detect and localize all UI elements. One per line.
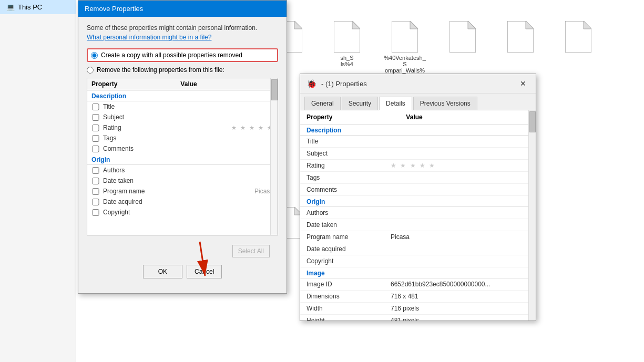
table-row: Image ID 6652d61bb923ec8500000000000...	[300, 278, 536, 291]
properties-title-text: - (1) Properties	[321, 80, 367, 88]
ok-button[interactable]: OK	[143, 265, 182, 278]
table-row[interactable]: Date taken	[87, 175, 278, 186]
sidebar-label: This PC	[18, 3, 42, 11]
table-row[interactable]: Program name Picasa	[87, 186, 278, 196]
table-row: Height 481 pixels	[300, 315, 536, 320]
properties-body: Property Value Description Title Subject…	[300, 110, 536, 320]
sidebar-item-thispc[interactable]: 💻 This PC	[0, 0, 76, 14]
list-item[interactable]	[557, 21, 599, 191]
rating-stars: ★ ★ ★ ★ ★	[231, 125, 273, 131]
radio-remove-following-input[interactable]	[87, 67, 94, 74]
scrollbar[interactable]	[270, 78, 278, 235]
copyright-checkbox[interactable]	[91, 209, 100, 216]
table-row[interactable]: Subject	[87, 112, 278, 122]
radio-remove-following-label: Remove the following properties from thi…	[97, 66, 224, 74]
table-row[interactable]: Copyright	[87, 207, 278, 218]
scrollbar-thumb[interactable]	[271, 79, 278, 100]
table-row: Date acquired	[300, 243, 536, 255]
table-row: Dimensions 716 x 481	[300, 291, 536, 303]
dialog-action-buttons: OK Cancel	[87, 265, 278, 286]
properties-dialog: 🐞 - (1) Properties ✕ General Security De…	[300, 74, 536, 321]
table-row: Authors	[300, 207, 536, 219]
table-row: Program name Picasa	[300, 231, 536, 243]
tags-checkbox[interactable]	[91, 135, 100, 142]
scrollbar-thumb[interactable]	[529, 111, 536, 132]
authors-checkbox[interactable]	[91, 167, 100, 174]
table-row[interactable]: Authors	[87, 165, 278, 175]
table-row[interactable]: Comments	[87, 143, 278, 154]
subject-checkbox[interactable]	[91, 114, 100, 121]
tabs-row: General Security Details Previous Versio…	[300, 94, 536, 110]
col-property: Property	[91, 80, 117, 88]
file-icon	[392, 21, 418, 53]
remove-dialog-title: Remove Properties	[85, 5, 143, 13]
table-row: Date taken	[300, 219, 536, 231]
table-row: Title	[300, 136, 536, 148]
remove-dialog-content: Some of these properties might contain p…	[78, 17, 287, 293]
pd-col-property: Property	[306, 113, 332, 121]
svg-marker-15	[526, 21, 534, 29]
table-header: Property Value	[87, 78, 278, 90]
remove-dialog-title-bar: Remove Properties	[78, 1, 287, 17]
svg-marker-11	[410, 21, 418, 29]
remove-dialog-link[interactable]: What personal information might be in a …	[87, 34, 278, 41]
section-origin: Origin	[87, 154, 278, 165]
remove-dialog-info: Some of these properties might contain p…	[87, 24, 278, 32]
remove-properties-dialog: Remove Properties Some of these properti…	[78, 0, 287, 294]
comments-checkbox[interactable]	[91, 146, 100, 152]
pd-section-description: Description	[300, 125, 536, 136]
table-row[interactable]: Date acquired	[87, 196, 278, 207]
tab-previous-versions[interactable]: Previous Versions	[413, 97, 477, 110]
svg-marker-17	[584, 21, 591, 29]
title-checkbox[interactable]	[91, 104, 100, 110]
tab-general[interactable]: General	[304, 97, 341, 110]
svg-marker-9	[352, 21, 360, 29]
file-icon	[449, 21, 476, 53]
cancel-button[interactable]: Cancel	[187, 265, 222, 278]
file-label: sh_Sls%4	[340, 55, 353, 67]
remove-props-table: Property Value Description Title Subject…	[87, 78, 278, 235]
properties-scrollbar[interactable]	[528, 110, 536, 320]
table-row: Subject	[300, 148, 536, 160]
svg-marker-13	[468, 21, 476, 29]
rating-checkbox[interactable]	[91, 125, 100, 131]
table-row: Rating ★ ★ ★ ★ ★	[300, 160, 536, 172]
tab-security[interactable]: Security	[342, 97, 378, 110]
table-row[interactable]: Title	[87, 101, 278, 112]
computer-icon: 💻	[6, 3, 15, 11]
close-button[interactable]: ✕	[517, 78, 529, 89]
radio-create-copy[interactable]: Create a copy with all possible properti…	[87, 48, 278, 62]
table-row: Tags	[300, 172, 536, 184]
table-row: Comments	[300, 184, 536, 196]
properties-icon: 🐞	[306, 79, 317, 89]
file-icon	[334, 21, 360, 53]
select-all-button[interactable]: Select All	[232, 245, 270, 257]
pd-section-image: Image	[300, 267, 536, 278]
file-icon	[565, 21, 591, 53]
radio-create-copy-label: Create a copy with all possible properti…	[101, 51, 242, 59]
file-icon	[507, 21, 534, 53]
svg-marker-7	[294, 21, 302, 29]
explorer-sidebar: 💻 This PC	[0, 0, 76, 362]
title-left: 🐞 - (1) Properties	[306, 79, 367, 89]
properties-table-header: Property Value	[300, 110, 536, 125]
programname-checkbox[interactable]	[91, 188, 100, 195]
table-row[interactable]: Rating ★ ★ ★ ★ ★	[87, 122, 278, 133]
radio-remove-following[interactable]: Remove the following properties from thi…	[87, 66, 278, 74]
pd-col-value: Value	[406, 113, 422, 121]
tab-details[interactable]: Details	[379, 97, 412, 110]
table-row: Width 716 pixels	[300, 303, 536, 315]
datetaken-checkbox[interactable]	[91, 178, 100, 184]
pd-section-origin: Origin	[300, 196, 536, 207]
table-row[interactable]: Tags	[87, 133, 278, 143]
radio-create-copy-input[interactable]	[91, 52, 98, 59]
dateacquired-checkbox[interactable]	[91, 199, 100, 205]
col-value: Value	[180, 80, 197, 88]
section-description: Description	[87, 90, 278, 101]
properties-title-bar: 🐞 - (1) Properties ✕	[300, 74, 536, 94]
remove-dialog-footer: Select All	[87, 241, 278, 265]
table-row: Copyright	[300, 255, 536, 267]
